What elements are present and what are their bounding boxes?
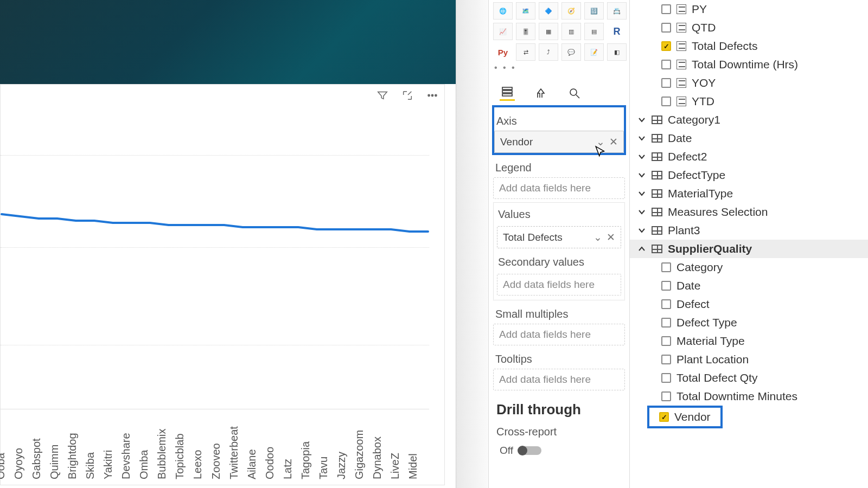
chevron-down-icon[interactable]: [637, 115, 646, 124]
chevron-down-icon[interactable]: ⌄: [596, 136, 605, 148]
table-icon: [652, 152, 662, 161]
viz-gauge-icon[interactable]: 🧭: [561, 2, 581, 20]
viz-python-icon[interactable]: Py: [493, 43, 513, 61]
viz-globe-icon[interactable]: 🌐: [493, 2, 513, 20]
viz-pivot-icon[interactable]: ▤: [584, 23, 604, 40]
checkbox-icon[interactable]: [661, 318, 671, 328]
viz-decomp-icon[interactable]: ⤴: [539, 43, 558, 61]
viz-r-icon[interactable]: R: [607, 23, 627, 40]
field-item[interactable]: Defect: [630, 295, 868, 313]
filter-icon[interactable]: [375, 88, 390, 103]
chevron-down-icon[interactable]: [637, 226, 646, 235]
table-item[interactable]: Date: [630, 129, 868, 147]
analytics-tab-icon[interactable]: [567, 86, 582, 101]
x-tick: Tagopia: [299, 441, 312, 479]
format-tab-icon[interactable]: [533, 86, 548, 101]
viz-filled-map-icon[interactable]: 🗺️: [516, 2, 535, 20]
tooltips-well-drop[interactable]: Add data fields here: [493, 369, 625, 390]
line-chart-visual[interactable]: OobaOyoyoGabspotQuimmBrightdogSkibaYakit…: [0, 84, 445, 485]
checkbox-icon[interactable]: [661, 4, 671, 14]
field-item[interactable]: Vendor: [652, 408, 711, 426]
remove-field-icon[interactable]: ✕: [609, 136, 618, 148]
viz-table-icon[interactable]: ▦: [539, 23, 558, 40]
checkbox-icon[interactable]: [661, 336, 671, 346]
field-item[interactable]: Plant Location: [630, 350, 868, 369]
values-well-chip[interactable]: Total Defects ⌄ ✕: [497, 226, 621, 248]
checkbox-icon[interactable]: [661, 299, 671, 309]
table-item-supplierquality[interactable]: SupplierQuality: [630, 240, 868, 258]
field-item[interactable]: Total Defect Qty: [630, 369, 868, 387]
table-label: Defect2: [668, 150, 707, 163]
checkbox-icon[interactable]: [661, 281, 671, 291]
checkbox-icon[interactable]: [661, 373, 671, 383]
table-item[interactable]: Measures Selection: [630, 203, 868, 221]
viz-keyinfluencer-icon[interactable]: ⇄: [516, 43, 535, 61]
chevron-up-icon[interactable]: [637, 245, 646, 253]
field-item[interactable]: Total Downtime (Hrs): [630, 55, 868, 74]
fields-tab-icon[interactable]: [500, 86, 515, 101]
field-item[interactable]: Material Type: [630, 332, 868, 350]
chevron-down-icon[interactable]: [637, 134, 646, 143]
chevron-down-icon[interactable]: [637, 171, 646, 179]
viz-shape-map-icon[interactable]: 🔷: [539, 2, 558, 20]
checkbox-icon[interactable]: [661, 97, 671, 106]
field-item[interactable]: YTD: [630, 92, 868, 111]
legend-well-drop[interactable]: Add data fields here: [493, 177, 625, 199]
viz-paginated-icon[interactable]: ◧: [607, 43, 627, 61]
field-item[interactable]: Category: [630, 258, 868, 277]
x-tick: Oodoo: [264, 447, 276, 479]
field-item[interactable]: Defect Type: [630, 313, 868, 332]
viz-multirow-icon[interactable]: 📇: [607, 2, 627, 20]
table-icon: [652, 245, 662, 253]
viz-narrative-icon[interactable]: 📝: [584, 43, 604, 61]
smallmult-well-drop[interactable]: Add data fields here: [493, 324, 625, 345]
viz-more-icon[interactable]: • • •: [493, 61, 625, 75]
checkbox-icon[interactable]: [661, 262, 671, 272]
table-icon: [652, 171, 662, 179]
remove-field-icon[interactable]: ✕: [607, 231, 615, 243]
field-item[interactable]: QTD: [630, 18, 868, 37]
checkbox-icon[interactable]: [661, 23, 671, 33]
chevron-down-icon[interactable]: [637, 189, 646, 198]
table-item[interactable]: MaterialType: [630, 184, 868, 203]
chevron-down-icon[interactable]: [637, 152, 646, 161]
checkbox-icon[interactable]: [661, 41, 671, 51]
checkbox-icon[interactable]: [661, 78, 671, 88]
viz-slicer-icon[interactable]: 🎚️: [516, 23, 535, 40]
field-item[interactable]: YOY: [630, 74, 868, 92]
checkbox-icon[interactable]: [661, 355, 671, 364]
cross-report-toggle[interactable]: Off: [500, 445, 622, 457]
field-item[interactable]: Total Downtime Minutes: [630, 387, 868, 406]
svg-rect-4: [502, 91, 512, 93]
checkbox-icon[interactable]: [661, 391, 671, 401]
table-item[interactable]: Category1: [630, 111, 868, 129]
x-tick: Jazzy: [335, 452, 348, 479]
field-label: Plant Location: [676, 353, 749, 366]
checkbox-icon[interactable]: [659, 412, 669, 422]
measure-icon: [676, 23, 686, 33]
viz-matrix-icon[interactable]: ▥: [561, 23, 581, 40]
x-tick: Skiba: [84, 452, 97, 479]
field-item[interactable]: PY: [630, 0, 868, 18]
table-item[interactable]: DefectType: [630, 166, 868, 184]
viz-kpi-icon[interactable]: 📈: [493, 23, 513, 40]
field-item[interactable]: Total Defects: [630, 37, 868, 55]
secondary-well-drop[interactable]: Add data fields here: [497, 274, 621, 296]
vendor-field-highlight: Vendor: [648, 407, 722, 427]
svg-rect-3: [502, 87, 512, 89]
viz-qa-icon[interactable]: 💬: [561, 43, 581, 61]
axis-well-chip[interactable]: Vendor ⌄ ✕: [494, 131, 624, 153]
table-item[interactable]: Defect2: [630, 147, 868, 166]
x-tick: Omba: [138, 450, 150, 479]
line-series: [1, 212, 429, 234]
table-label: Category1: [668, 113, 720, 126]
more-options-icon[interactable]: [425, 88, 440, 103]
field-item[interactable]: Date: [630, 277, 868, 295]
chevron-down-icon[interactable]: ⌄: [593, 231, 602, 243]
focus-mode-icon[interactable]: [400, 88, 415, 103]
field-label: Defect: [676, 298, 710, 311]
viz-card-icon[interactable]: 🔢: [584, 2, 604, 20]
checkbox-icon[interactable]: [661, 60, 671, 69]
chevron-down-icon[interactable]: [637, 208, 646, 216]
table-item[interactable]: Plant3: [630, 221, 868, 240]
